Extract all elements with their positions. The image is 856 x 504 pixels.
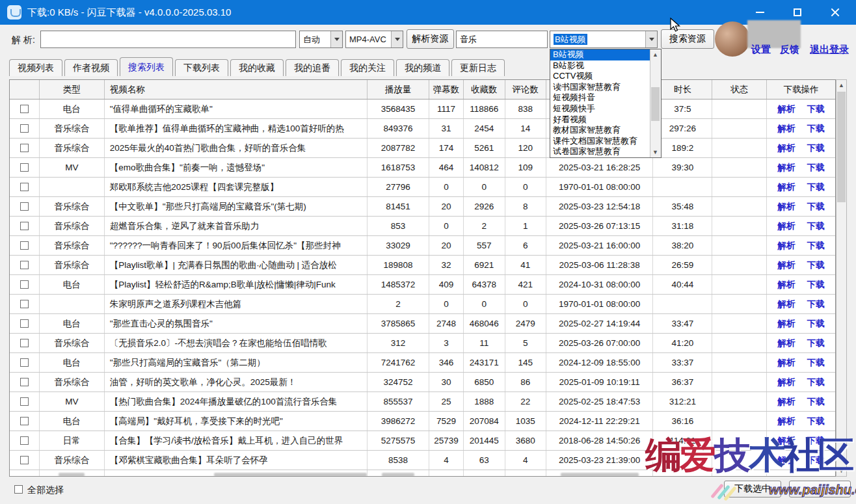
row-checkbox[interactable] <box>20 397 29 406</box>
row-checkbox[interactable] <box>20 456 29 464</box>
parse-link[interactable]: 解析 <box>778 259 796 271</box>
download-link[interactable]: 下载 <box>807 103 825 115</box>
row-checkbox[interactable] <box>20 436 29 445</box>
source-option[interactable]: 读书国家智慧教育 <box>550 82 650 93</box>
parse-resource-button[interactable]: 解析资源 <box>407 29 454 49</box>
settings-link[interactable]: 设置 <box>751 44 771 56</box>
download-link[interactable]: 下载 <box>807 181 825 193</box>
source-option[interactable]: 短视频快手 <box>550 103 650 114</box>
parse-link[interactable]: 解析 <box>778 220 796 232</box>
parse-link[interactable]: 解析 <box>778 435 796 447</box>
source-option[interactable]: 试卷国家智慧教育 <box>550 146 650 157</box>
tab-4[interactable]: 下载列表 <box>175 59 228 76</box>
source-select[interactable]: B站视频 <box>550 31 658 48</box>
download-link[interactable]: 下载 <box>807 142 825 154</box>
row-checkbox[interactable] <box>20 124 29 133</box>
tab-9[interactable]: 更新日志 <box>451 59 505 76</box>
download-link[interactable]: 下载 <box>807 377 825 388</box>
parse-url-input[interactable] <box>40 31 296 48</box>
row-checkbox[interactable] <box>20 183 29 191</box>
parse-link[interactable]: 解析 <box>778 298 796 310</box>
download-link[interactable]: 下载 <box>807 240 825 252</box>
row-checkbox[interactable] <box>20 144 29 152</box>
search-resource-button[interactable]: 搜索资源 <box>661 29 714 49</box>
source-option[interactable]: 课件文档国家智慧教育 <box>550 136 650 147</box>
row-checkbox[interactable] <box>20 378 29 386</box>
parse-link[interactable]: 解析 <box>778 142 796 154</box>
scroll-up-icon[interactable]: ▲ <box>836 80 846 90</box>
cell-duration: 33:47 <box>653 314 712 333</box>
scroll-up-icon[interactable]: ▲ <box>650 49 660 60</box>
tab-1[interactable]: 视频列表 <box>9 59 62 76</box>
parse-link[interactable]: 解析 <box>778 338 796 349</box>
logout-link[interactable]: 退出登录 <box>810 44 849 56</box>
download-link[interactable]: 下载 <box>807 338 825 349</box>
scroll-down-icon[interactable]: ▼ <box>836 466 846 476</box>
tab-2[interactable]: 作者视频 <box>64 59 118 76</box>
parse-link[interactable]: 解析 <box>778 396 796 408</box>
close-button[interactable] <box>820 0 850 25</box>
tab-6[interactable]: 我的追番 <box>286 59 339 76</box>
source-option[interactable]: B站视频 <box>550 49 650 60</box>
row-checkbox[interactable] <box>20 222 29 230</box>
tab-7[interactable]: 我的关注 <box>341 59 394 76</box>
source-option[interactable]: 好看视频 <box>550 114 650 126</box>
source-option[interactable]: 短视频抖音 <box>550 92 650 103</box>
row-checkbox[interactable] <box>20 319 29 328</box>
download-link[interactable]: 下载 <box>807 416 825 427</box>
row-checkbox[interactable] <box>20 280 29 289</box>
table-scrollbar[interactable]: ▲ ▼ <box>836 79 847 477</box>
download-link[interactable]: 下载 <box>807 298 825 310</box>
source-option[interactable]: CCTV视频 <box>550 71 650 82</box>
cell-status <box>712 373 767 391</box>
parse-link[interactable]: 解析 <box>778 416 796 427</box>
codec-select[interactable]: MP4-AVC <box>345 31 403 48</box>
download-link[interactable]: 下载 <box>807 201 825 213</box>
feedback-link[interactable]: 反馈 <box>780 44 799 56</box>
download-link[interactable]: 下载 <box>807 357 825 369</box>
parse-link[interactable]: 解析 <box>778 123 796 135</box>
parse-link[interactable]: 解析 <box>778 103 796 115</box>
parse-link[interactable]: 解析 <box>778 455 796 466</box>
tab-8[interactable]: 我的频道 <box>396 59 449 76</box>
select-all-checkbox[interactable] <box>14 485 23 494</box>
row-checkbox[interactable] <box>20 202 29 211</box>
scroll-down-icon[interactable]: ▼ <box>650 147 660 157</box>
tab-5[interactable]: 我的收藏 <box>230 59 284 76</box>
parse-link[interactable]: 解析 <box>778 201 796 213</box>
source-option[interactable]: 教材国家智慧教育 <box>550 125 650 136</box>
row-checkbox[interactable] <box>20 339 29 347</box>
download-link[interactable]: 下载 <box>807 279 825 291</box>
row-checkbox[interactable] <box>20 163 29 172</box>
parse-link[interactable]: 解析 <box>778 318 796 330</box>
avatar[interactable] <box>715 21 750 57</box>
quality-select[interactable]: 自动 <box>299 31 343 48</box>
parse-link[interactable]: 解析 <box>778 357 796 369</box>
row-checkbox[interactable] <box>20 358 29 367</box>
search-keyword-input[interactable] <box>456 31 548 48</box>
download-link[interactable]: 下载 <box>807 318 825 330</box>
dropdown-scrollbar[interactable]: ▲ ▼ <box>650 49 661 157</box>
source-option[interactable]: B站影视 <box>550 60 650 72</box>
second-action-button[interactable] <box>789 481 851 497</box>
row-checkbox[interactable] <box>20 417 29 425</box>
download-link[interactable]: 下载 <box>807 455 825 466</box>
row-checkbox[interactable] <box>20 105 29 113</box>
download-link[interactable]: 下载 <box>807 435 825 447</box>
download-link[interactable]: 下载 <box>807 162 825 174</box>
download-link[interactable]: 下载 <box>807 220 825 232</box>
parse-link[interactable]: 解析 <box>778 181 796 193</box>
download-link[interactable]: 下载 <box>807 396 825 408</box>
parse-link[interactable]: 解析 <box>778 279 796 291</box>
row-checkbox[interactable] <box>20 261 29 269</box>
scrollbar-thumb[interactable] <box>651 87 660 121</box>
download-link[interactable]: 下载 <box>807 259 825 271</box>
parse-link[interactable]: 解析 <box>778 240 796 252</box>
parse-link[interactable]: 解析 <box>778 162 796 174</box>
parse-link[interactable]: 解析 <box>778 377 796 388</box>
scrollbar-thumb[interactable] <box>837 92 846 202</box>
row-checkbox[interactable] <box>20 241 29 250</box>
row-checkbox[interactable] <box>20 300 29 308</box>
tab-3[interactable]: 搜索列表 <box>120 57 173 76</box>
download-link[interactable]: 下载 <box>807 123 825 135</box>
